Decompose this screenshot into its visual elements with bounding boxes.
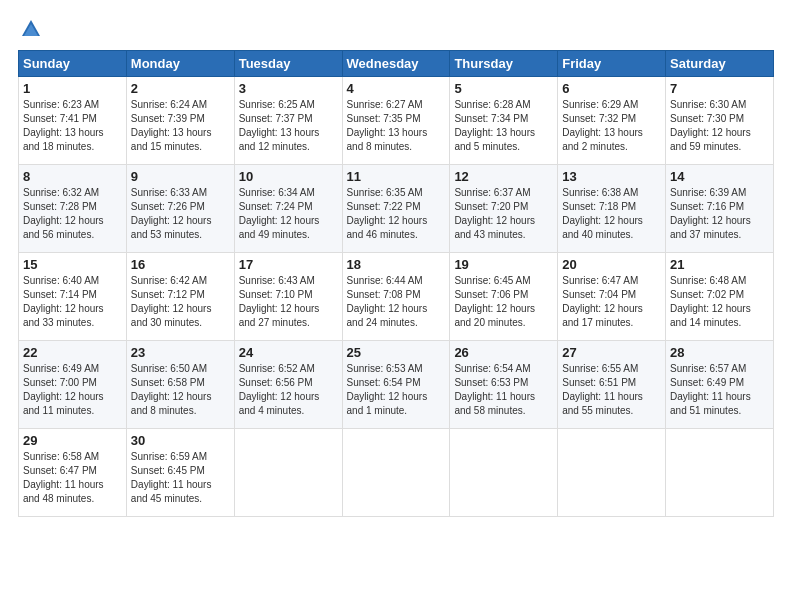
calendar-cell: 4Sunrise: 6:27 AMSunset: 7:35 PMDaylight… bbox=[342, 77, 450, 165]
calendar-week-row: 29Sunrise: 6:58 AMSunset: 6:47 PMDayligh… bbox=[19, 429, 774, 517]
day-info: Sunrise: 6:35 AMSunset: 7:22 PMDaylight:… bbox=[347, 186, 446, 242]
day-number: 27 bbox=[562, 345, 661, 360]
calendar-cell: 7Sunrise: 6:30 AMSunset: 7:30 PMDaylight… bbox=[666, 77, 774, 165]
page: SundayMondayTuesdayWednesdayThursdayFrid… bbox=[0, 0, 792, 612]
calendar-cell: 16Sunrise: 6:42 AMSunset: 7:12 PMDayligh… bbox=[126, 253, 234, 341]
calendar-cell bbox=[234, 429, 342, 517]
calendar-col-thursday: Thursday bbox=[450, 51, 558, 77]
day-info: Sunrise: 6:34 AMSunset: 7:24 PMDaylight:… bbox=[239, 186, 338, 242]
calendar-cell: 30Sunrise: 6:59 AMSunset: 6:45 PMDayligh… bbox=[126, 429, 234, 517]
day-number: 10 bbox=[239, 169, 338, 184]
day-info: Sunrise: 6:33 AMSunset: 7:26 PMDaylight:… bbox=[131, 186, 230, 242]
day-info: Sunrise: 6:50 AMSunset: 6:58 PMDaylight:… bbox=[131, 362, 230, 418]
header bbox=[18, 18, 774, 40]
logo bbox=[18, 18, 42, 40]
day-info: Sunrise: 6:39 AMSunset: 7:16 PMDaylight:… bbox=[670, 186, 769, 242]
day-number: 24 bbox=[239, 345, 338, 360]
day-info: Sunrise: 6:29 AMSunset: 7:32 PMDaylight:… bbox=[562, 98, 661, 154]
calendar-cell: 21Sunrise: 6:48 AMSunset: 7:02 PMDayligh… bbox=[666, 253, 774, 341]
calendar-cell: 5Sunrise: 6:28 AMSunset: 7:34 PMDaylight… bbox=[450, 77, 558, 165]
calendar-col-friday: Friday bbox=[558, 51, 666, 77]
day-info: Sunrise: 6:38 AMSunset: 7:18 PMDaylight:… bbox=[562, 186, 661, 242]
day-number: 14 bbox=[670, 169, 769, 184]
calendar-cell: 8Sunrise: 6:32 AMSunset: 7:28 PMDaylight… bbox=[19, 165, 127, 253]
calendar-cell: 12Sunrise: 6:37 AMSunset: 7:20 PMDayligh… bbox=[450, 165, 558, 253]
day-number: 11 bbox=[347, 169, 446, 184]
calendar-table: SundayMondayTuesdayWednesdayThursdayFrid… bbox=[18, 50, 774, 517]
day-number: 4 bbox=[347, 81, 446, 96]
day-info: Sunrise: 6:48 AMSunset: 7:02 PMDaylight:… bbox=[670, 274, 769, 330]
day-info: Sunrise: 6:24 AMSunset: 7:39 PMDaylight:… bbox=[131, 98, 230, 154]
calendar-col-tuesday: Tuesday bbox=[234, 51, 342, 77]
calendar-cell: 29Sunrise: 6:58 AMSunset: 6:47 PMDayligh… bbox=[19, 429, 127, 517]
calendar-cell bbox=[342, 429, 450, 517]
day-number: 8 bbox=[23, 169, 122, 184]
day-number: 25 bbox=[347, 345, 446, 360]
day-info: Sunrise: 6:23 AMSunset: 7:41 PMDaylight:… bbox=[23, 98, 122, 154]
day-info: Sunrise: 6:49 AMSunset: 7:00 PMDaylight:… bbox=[23, 362, 122, 418]
day-info: Sunrise: 6:25 AMSunset: 7:37 PMDaylight:… bbox=[239, 98, 338, 154]
calendar-header-row: SundayMondayTuesdayWednesdayThursdayFrid… bbox=[19, 51, 774, 77]
calendar-cell: 28Sunrise: 6:57 AMSunset: 6:49 PMDayligh… bbox=[666, 341, 774, 429]
day-number: 2 bbox=[131, 81, 230, 96]
calendar-cell: 25Sunrise: 6:53 AMSunset: 6:54 PMDayligh… bbox=[342, 341, 450, 429]
calendar-cell: 11Sunrise: 6:35 AMSunset: 7:22 PMDayligh… bbox=[342, 165, 450, 253]
calendar-cell: 19Sunrise: 6:45 AMSunset: 7:06 PMDayligh… bbox=[450, 253, 558, 341]
calendar-cell: 13Sunrise: 6:38 AMSunset: 7:18 PMDayligh… bbox=[558, 165, 666, 253]
calendar-cell: 3Sunrise: 6:25 AMSunset: 7:37 PMDaylight… bbox=[234, 77, 342, 165]
day-info: Sunrise: 6:28 AMSunset: 7:34 PMDaylight:… bbox=[454, 98, 553, 154]
day-info: Sunrise: 6:45 AMSunset: 7:06 PMDaylight:… bbox=[454, 274, 553, 330]
day-info: Sunrise: 6:58 AMSunset: 6:47 PMDaylight:… bbox=[23, 450, 122, 506]
day-number: 15 bbox=[23, 257, 122, 272]
day-number: 23 bbox=[131, 345, 230, 360]
day-number: 17 bbox=[239, 257, 338, 272]
calendar-col-monday: Monday bbox=[126, 51, 234, 77]
calendar-cell: 9Sunrise: 6:33 AMSunset: 7:26 PMDaylight… bbox=[126, 165, 234, 253]
day-number: 1 bbox=[23, 81, 122, 96]
day-info: Sunrise: 6:37 AMSunset: 7:20 PMDaylight:… bbox=[454, 186, 553, 242]
day-number: 30 bbox=[131, 433, 230, 448]
day-number: 3 bbox=[239, 81, 338, 96]
day-number: 13 bbox=[562, 169, 661, 184]
calendar-cell bbox=[450, 429, 558, 517]
day-number: 21 bbox=[670, 257, 769, 272]
day-info: Sunrise: 6:40 AMSunset: 7:14 PMDaylight:… bbox=[23, 274, 122, 330]
calendar-cell: 22Sunrise: 6:49 AMSunset: 7:00 PMDayligh… bbox=[19, 341, 127, 429]
day-number: 6 bbox=[562, 81, 661, 96]
calendar-cell: 14Sunrise: 6:39 AMSunset: 7:16 PMDayligh… bbox=[666, 165, 774, 253]
day-number: 26 bbox=[454, 345, 553, 360]
day-info: Sunrise: 6:32 AMSunset: 7:28 PMDaylight:… bbox=[23, 186, 122, 242]
calendar-cell bbox=[666, 429, 774, 517]
calendar-cell: 1Sunrise: 6:23 AMSunset: 7:41 PMDaylight… bbox=[19, 77, 127, 165]
calendar-cell: 10Sunrise: 6:34 AMSunset: 7:24 PMDayligh… bbox=[234, 165, 342, 253]
calendar-cell: 20Sunrise: 6:47 AMSunset: 7:04 PMDayligh… bbox=[558, 253, 666, 341]
calendar-cell: 26Sunrise: 6:54 AMSunset: 6:53 PMDayligh… bbox=[450, 341, 558, 429]
day-info: Sunrise: 6:57 AMSunset: 6:49 PMDaylight:… bbox=[670, 362, 769, 418]
calendar-col-sunday: Sunday bbox=[19, 51, 127, 77]
day-number: 7 bbox=[670, 81, 769, 96]
calendar-week-row: 1Sunrise: 6:23 AMSunset: 7:41 PMDaylight… bbox=[19, 77, 774, 165]
calendar-week-row: 22Sunrise: 6:49 AMSunset: 7:00 PMDayligh… bbox=[19, 341, 774, 429]
calendar-cell: 2Sunrise: 6:24 AMSunset: 7:39 PMDaylight… bbox=[126, 77, 234, 165]
calendar-cell: 24Sunrise: 6:52 AMSunset: 6:56 PMDayligh… bbox=[234, 341, 342, 429]
day-number: 29 bbox=[23, 433, 122, 448]
logo-icon bbox=[20, 18, 42, 40]
day-number: 20 bbox=[562, 257, 661, 272]
day-number: 16 bbox=[131, 257, 230, 272]
day-number: 19 bbox=[454, 257, 553, 272]
calendar-col-saturday: Saturday bbox=[666, 51, 774, 77]
day-number: 5 bbox=[454, 81, 553, 96]
day-info: Sunrise: 6:30 AMSunset: 7:30 PMDaylight:… bbox=[670, 98, 769, 154]
calendar-cell: 27Sunrise: 6:55 AMSunset: 6:51 PMDayligh… bbox=[558, 341, 666, 429]
day-info: Sunrise: 6:27 AMSunset: 7:35 PMDaylight:… bbox=[347, 98, 446, 154]
day-info: Sunrise: 6:55 AMSunset: 6:51 PMDaylight:… bbox=[562, 362, 661, 418]
calendar-week-row: 15Sunrise: 6:40 AMSunset: 7:14 PMDayligh… bbox=[19, 253, 774, 341]
day-info: Sunrise: 6:47 AMSunset: 7:04 PMDaylight:… bbox=[562, 274, 661, 330]
day-info: Sunrise: 6:44 AMSunset: 7:08 PMDaylight:… bbox=[347, 274, 446, 330]
day-info: Sunrise: 6:54 AMSunset: 6:53 PMDaylight:… bbox=[454, 362, 553, 418]
day-info: Sunrise: 6:59 AMSunset: 6:45 PMDaylight:… bbox=[131, 450, 230, 506]
calendar-cell: 17Sunrise: 6:43 AMSunset: 7:10 PMDayligh… bbox=[234, 253, 342, 341]
day-number: 22 bbox=[23, 345, 122, 360]
calendar-cell: 18Sunrise: 6:44 AMSunset: 7:08 PMDayligh… bbox=[342, 253, 450, 341]
day-number: 28 bbox=[670, 345, 769, 360]
